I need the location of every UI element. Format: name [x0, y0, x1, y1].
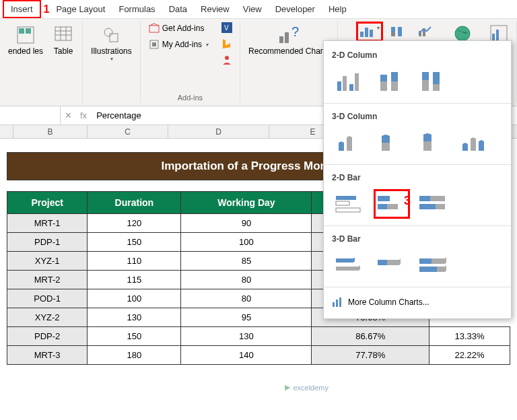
ended-les-label: ended les [8, 47, 43, 56]
callout-3: 3 [404, 194, 411, 208]
stacked100-bar-icon[interactable] [415, 189, 452, 219]
clustered-bar-icon[interactable] [332, 189, 368, 219]
cell-duration[interactable]: 115 [88, 271, 181, 289]
more-charts-label: More Column Charts... [348, 298, 429, 307]
more-column-charts-link[interactable]: More Column Charts... [324, 291, 511, 313]
recommended-pivot-button[interactable]: ended les [5, 22, 46, 59]
recommended-charts-label: Recommended Charts [248, 47, 329, 56]
cell-extra[interactable]: 13.33% [429, 327, 510, 346]
fx-icon[interactable]: fx [76, 110, 91, 120]
svg-rect-54 [336, 300, 338, 307]
recommended-charts-button[interactable]: ? Recommended Charts [246, 22, 332, 59]
cell-project[interactable]: MRT-2 [7, 271, 88, 289]
people-icon[interactable] [221, 54, 234, 67]
stacked100-column-icon[interactable] [415, 67, 452, 96]
cancel-icon[interactable]: ✕ [61, 110, 76, 120]
tab-review[interactable]: Review [194, 1, 236, 17]
tab-help[interactable]: Help [322, 1, 353, 17]
clustered-column-icon[interactable] [332, 67, 368, 96]
cell-working-day[interactable]: 100 [181, 233, 312, 252]
table-row[interactable]: PDP-2 150 130 86.67% 13.33% [7, 327, 510, 346]
cell-duration[interactable]: 150 [88, 327, 181, 346]
watermark: exceldemy [285, 383, 329, 392]
cell-working-day[interactable]: 80 [181, 289, 312, 308]
svg-rect-52 [419, 204, 436, 209]
cell-project[interactable]: XYZ-1 [7, 252, 88, 271]
svg-rect-36 [380, 75, 387, 81]
cell-percentage[interactable]: 77.78% [312, 346, 429, 365]
visio-icon[interactable]: V [221, 22, 234, 35]
name-box[interactable] [0, 106, 61, 125]
cell-duration[interactable]: 110 [88, 252, 181, 271]
svg-rect-16 [279, 36, 283, 43]
column-chart-button[interactable]: ▾ [356, 22, 383, 42]
addins-icon [149, 39, 160, 50]
table-row[interactable]: MRT-3 180 140 77.78% 22.22% [7, 346, 510, 365]
get-addins-button[interactable]: Get Add-ins [146, 22, 211, 35]
cell-project[interactable]: MRT-3 [7, 346, 88, 365]
col-b[interactable]: B [13, 125, 88, 138]
3d-stacked100-bar-icon[interactable] [415, 250, 452, 280]
svg-rect-2 [26, 28, 31, 34]
3d-stacked-bar-icon[interactable] [374, 250, 410, 280]
cell-working-day[interactable]: 95 [181, 308, 312, 327]
tab-formulas[interactable]: Formulas [112, 1, 162, 17]
svg-rect-34 [355, 73, 359, 91]
3d-clustered-bar-icon[interactable] [332, 250, 368, 280]
cell-project[interactable]: POD-1 [7, 289, 88, 308]
3d-stacked-column-icon[interactable] [374, 128, 410, 158]
my-addins-button[interactable]: My Add-ins ▾ [146, 38, 211, 51]
ribbon-tabs: Insert 1 Page Layout Formulas Data Revie… [0, 0, 517, 19]
section-3d-bar: 3-D Bar [324, 230, 511, 248]
cell-working-day[interactable]: 140 [181, 346, 312, 365]
svg-rect-10 [149, 26, 159, 32]
cell-working-day[interactable]: 130 [181, 327, 312, 346]
cell-project[interactable]: XYZ-2 [7, 308, 88, 327]
col-d[interactable]: D [168, 125, 269, 138]
cell-duration[interactable]: 150 [88, 233, 181, 252]
cell-working-day[interactable]: 90 [181, 214, 312, 233]
table-button[interactable]: Table [50, 22, 77, 59]
cell-working-day[interactable]: 80 [181, 271, 312, 289]
svg-rect-50 [419, 196, 430, 201]
tab-data[interactable]: Data [162, 1, 194, 17]
tab-developer[interactable]: Developer [269, 1, 322, 17]
svg-text:?: ? [291, 24, 299, 39]
cell-working-day[interactable]: 85 [181, 252, 312, 271]
svg-rect-30 [496, 30, 499, 40]
tab-page-layout[interactable]: Page Layout [49, 1, 112, 17]
svg-rect-46 [378, 196, 390, 201]
svg-rect-40 [422, 72, 429, 80]
svg-text:V: V [224, 24, 229, 32]
cell-duration[interactable]: 100 [88, 289, 181, 308]
cell-duration[interactable]: 120 [88, 214, 181, 233]
illustrations-button[interactable]: Illustrations ▾ [88, 22, 135, 65]
table-icon [53, 24, 74, 46]
cell-project[interactable]: MRT-1 [7, 214, 88, 233]
addins-group-label: Add-ins [178, 94, 203, 103]
chevron-down-icon: ▾ [206, 42, 209, 48]
svg-rect-3 [55, 27, 71, 40]
header-project: Project [7, 192, 88, 214]
callout-1: 1 [44, 3, 50, 15]
3d-stacked100-column-icon[interactable] [415, 128, 452, 158]
stacked-column-icon[interactable] [374, 67, 410, 96]
bing-icon[interactable] [221, 38, 234, 51]
3d-clustered-column-icon[interactable] [332, 128, 368, 158]
col-c[interactable]: C [88, 125, 168, 138]
cell-percentage[interactable]: 86.67% [312, 327, 429, 346]
tab-view[interactable]: View [236, 1, 269, 17]
section-2d-bar: 2-D Bar [324, 169, 511, 186]
svg-point-8 [104, 28, 112, 36]
header-working-day: Working Day [181, 192, 312, 214]
store-icon [149, 23, 160, 34]
3d-column-icon[interactable] [457, 128, 493, 158]
tab-insert[interactable]: Insert [3, 0, 41, 18]
cell-project[interactable]: PDP-2 [7, 327, 88, 346]
cell-duration[interactable]: 130 [88, 308, 181, 327]
cell-project[interactable]: PDP-1 [7, 233, 88, 252]
svg-rect-31 [337, 81, 341, 91]
cell-duration[interactable]: 180 [88, 346, 181, 365]
cell-extra[interactable]: 22.22% [429, 346, 510, 365]
svg-rect-1 [19, 28, 24, 34]
